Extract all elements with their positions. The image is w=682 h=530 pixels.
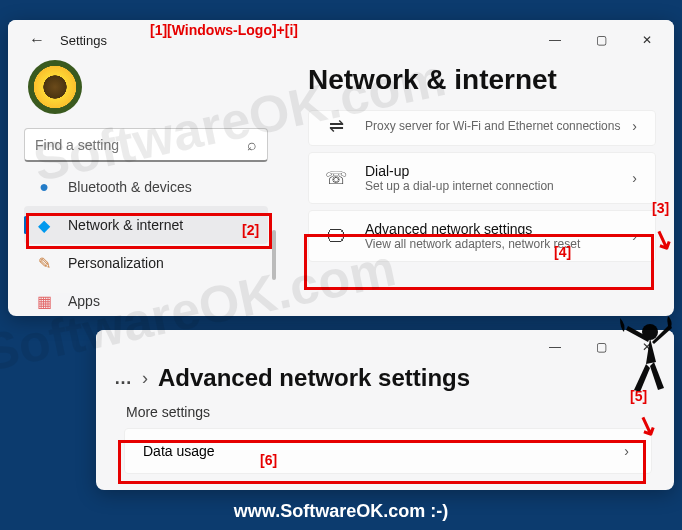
sidebar-scrollbar[interactable] — [272, 230, 276, 280]
annotation-3: [3] — [652, 200, 669, 216]
advanced-settings-window: ― ▢ ✕ … › Advanced network settings More… — [96, 330, 674, 490]
titlebar: ― ▢ ✕ — [96, 330, 674, 364]
chevron-right-icon: › — [628, 118, 641, 134]
card-dialup[interactable]: ☏ Dial-up Set up a dial-up internet conn… — [308, 152, 656, 204]
chevron-right-icon: › — [142, 368, 148, 389]
search-input[interactable]: ⌕ — [24, 128, 268, 162]
annotation-6: [6] — [260, 452, 277, 468]
sidebar-item-network[interactable]: ◆ Network & internet — [24, 206, 268, 244]
section-label: More settings — [126, 404, 656, 420]
page-title: Network & internet — [308, 64, 656, 96]
breadcrumb-overflow[interactable]: … — [114, 368, 132, 389]
dialup-icon: ☏ — [323, 167, 349, 189]
card-subtitle: Proxy server for Wi-Fi and Ethernet conn… — [365, 119, 628, 133]
sidebar-item-apps[interactable]: ▦ Apps — [24, 282, 268, 316]
card-text: Proxy server for Wi-Fi and Ethernet conn… — [365, 119, 628, 133]
chevron-right-icon: › — [628, 228, 641, 244]
sidebar: ⌕ ● Bluetooth & devices ◆ Network & inte… — [8, 60, 278, 316]
close-button[interactable]: ✕ — [624, 23, 670, 57]
chevron-right-icon: › — [628, 170, 641, 186]
card-text: Dial-up Set up a dial-up internet connec… — [365, 163, 628, 193]
card-subtitle: View all network adapters, network reset — [365, 237, 628, 251]
card-title: Advanced network settings — [365, 221, 628, 237]
sidebar-item-label: Bluetooth & devices — [68, 179, 192, 195]
avatar[interactable] — [28, 60, 82, 114]
sidebar-item-label: Network & internet — [68, 217, 183, 233]
annotation-2: [2] — [242, 222, 259, 238]
card-data-usage[interactable]: Data usage › — [124, 428, 652, 474]
card-advanced-network[interactable]: 🖵 Advanced network settings View all net… — [308, 210, 656, 262]
card-text: Advanced network settings View all netwo… — [365, 221, 628, 251]
card-proxy[interactable]: ⇌ Proxy server for Wi-Fi and Ethernet co… — [308, 110, 656, 146]
breadcrumb: … › Advanced network settings — [114, 364, 656, 392]
footer-url: www.SoftwareOK.com :-) — [0, 501, 682, 522]
card-title: Dial-up — [365, 163, 628, 179]
main-content: Network & internet ⇌ Proxy server for Wi… — [278, 60, 674, 316]
bluetooth-icon: ● — [34, 177, 54, 197]
window-title: Settings — [54, 33, 107, 48]
sidebar-item-label: Apps — [68, 293, 100, 309]
annotation-5: [5] — [630, 388, 647, 404]
chevron-right-icon: › — [620, 443, 633, 459]
breadcrumb-current: Advanced network settings — [158, 364, 470, 392]
sidebar-item-label: Personalization — [68, 255, 164, 271]
minimize-button[interactable]: ― — [532, 23, 578, 57]
caption-buttons: ― ▢ ✕ — [532, 23, 670, 57]
minimize-button[interactable]: ― — [532, 330, 578, 364]
sidebar-item-bluetooth[interactable]: ● Bluetooth & devices — [24, 168, 268, 206]
brush-icon: ✎ — [34, 253, 54, 273]
annotation-4: [4] — [554, 244, 571, 260]
proxy-icon: ⇌ — [323, 115, 349, 137]
titlebar: ← Settings ― ▢ ✕ — [8, 20, 674, 60]
wifi-icon: ◆ — [34, 215, 54, 235]
settings-window: ← Settings ― ▢ ✕ ⌕ ● Bluetooth & devices… — [8, 20, 674, 316]
monitor-icon: 🖵 — [323, 226, 349, 247]
card-title: Data usage — [143, 443, 620, 459]
apps-icon: ▦ — [34, 291, 54, 311]
card-subtitle: Set up a dial-up internet connection — [365, 179, 628, 193]
search-icon: ⌕ — [247, 136, 257, 154]
maximize-button[interactable]: ▢ — [578, 23, 624, 57]
sidebar-item-personalization[interactable]: ✎ Personalization — [24, 244, 268, 282]
annotation-1: [1][Windows-Logo]+[i] — [150, 22, 298, 38]
search-field[interactable] — [35, 137, 247, 153]
back-button[interactable]: ← — [20, 23, 54, 57]
